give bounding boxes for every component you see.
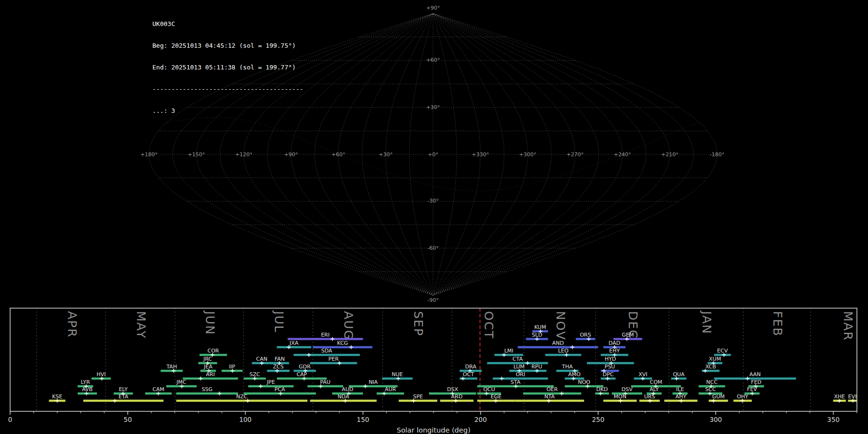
svg-text:APR: APR — [65, 311, 79, 338]
svg-text:NZC: NZC — [236, 393, 248, 400]
svg-text:ZCS: ZCS — [273, 364, 284, 370]
svg-text:NTA: NTA — [544, 393, 555, 400]
svg-text:+60°: +60° — [426, 57, 440, 63]
svg-text:DKD: DKD — [596, 386, 608, 393]
svg-text:DSV: DSV — [622, 386, 633, 393]
svg-text:OCT: OCT — [482, 311, 496, 339]
svg-text:FEB: FEB — [771, 311, 785, 337]
svg-text:SSG: SSG — [202, 386, 213, 393]
svg-text:NOV: NOV — [554, 311, 568, 340]
svg-text:0: 0 — [8, 416, 13, 423]
svg-text:SPE: SPE — [413, 393, 423, 400]
svg-text:50: 50 — [123, 416, 132, 423]
svg-text:CTA: CTA — [513, 356, 523, 362]
svg-text:+270°: +270° — [567, 151, 584, 158]
svg-text:200: 200 — [475, 416, 487, 423]
svg-text:GEM: GEM — [622, 332, 634, 338]
svg-text:+60°: +60° — [331, 151, 345, 158]
svg-text:Solar longitude (deg): Solar longitude (deg) — [396, 426, 470, 434]
svg-text:NCC: NCC — [706, 379, 718, 385]
svg-text:ERI: ERI — [321, 332, 330, 338]
svg-text:MON: MON — [614, 393, 626, 400]
svg-text:+0°: +0° — [428, 151, 438, 158]
svg-text:-90°: -90° — [427, 297, 438, 303]
sky-map-projection: +90°+60°+30°-30°-60°-90°+180°+150°+120°+… — [0, 0, 868, 304]
svg-text:EVI: EVI — [848, 393, 857, 400]
svg-text:LMI: LMI — [504, 348, 514, 354]
svg-text:LUM: LUM — [514, 364, 525, 370]
svg-text:JUL: JUL — [272, 310, 286, 333]
svg-text:100: 100 — [239, 416, 252, 423]
svg-text:ECV: ECV — [717, 348, 728, 354]
svg-text:SCC: SCC — [705, 386, 716, 393]
svg-text:XUM: XUM — [709, 356, 721, 362]
shower-activity-chart: APRMAYJUNJULAUGSEPOCTNOVDECJANFEBMARKUME… — [0, 304, 868, 434]
svg-text:ORS: ORS — [580, 332, 591, 338]
svg-text:-30°: -30° — [427, 198, 438, 204]
svg-text:-60°: -60° — [427, 245, 438, 251]
svg-text:URS: URS — [644, 393, 655, 400]
svg-text:NUE: NUE — [392, 371, 403, 378]
svg-text:JUN: JUN — [203, 310, 217, 335]
radiant-map-screen: UK003C Beg: 20251013 04:45:12 (sol = 199… — [0, 0, 868, 434]
svg-text:PER: PER — [328, 356, 339, 362]
svg-text:SEP: SEP — [411, 311, 425, 337]
svg-text:OCT: OCT — [463, 371, 474, 378]
svg-text:+330°: +330° — [472, 151, 489, 158]
svg-text:KCG: KCG — [337, 340, 348, 346]
svg-text:+210°: +210° — [661, 151, 678, 158]
svg-text:DPC: DPC — [603, 371, 614, 378]
svg-text:HYD: HYD — [605, 356, 616, 362]
svg-text:GDR: GDR — [299, 364, 311, 370]
svg-text:ARI: ARI — [206, 371, 215, 378]
svg-text:JAN: JAN — [700, 310, 714, 335]
svg-text:OER: OER — [546, 386, 558, 393]
svg-text:+300°: +300° — [519, 151, 536, 158]
svg-text:GUM: GUM — [712, 393, 725, 400]
svg-text:MAR: MAR — [841, 311, 855, 341]
svg-text:NDA: NDA — [338, 393, 350, 400]
svg-text:ETA: ETA — [119, 393, 129, 400]
svg-text:FED: FED — [751, 379, 761, 385]
svg-text:ARD: ARD — [451, 393, 462, 400]
svg-text:-180°: -180° — [710, 151, 724, 158]
svg-text:HVI: HVI — [96, 371, 106, 378]
svg-text:+240°: +240° — [614, 151, 631, 158]
svg-text:150: 150 — [357, 416, 369, 423]
svg-text:AUG: AUG — [341, 311, 355, 340]
svg-text:AAN: AAN — [749, 371, 761, 378]
svg-text:LYR: LYR — [81, 379, 90, 385]
svg-text:350: 350 — [827, 416, 840, 423]
svg-text:JXA: JXA — [289, 340, 299, 346]
svg-text:+30°: +30° — [379, 151, 393, 158]
svg-text:JPE: JPE — [266, 379, 275, 385]
svg-text:COR: COR — [207, 348, 219, 354]
svg-text:AVB: AVB — [82, 386, 93, 393]
svg-text:THA: THA — [561, 364, 573, 370]
svg-text:KUM: KUM — [534, 324, 546, 330]
svg-text:300: 300 — [709, 416, 722, 423]
svg-text:NIA: NIA — [368, 379, 378, 385]
svg-text:+150°: +150° — [188, 151, 205, 158]
svg-text:+90°: +90° — [426, 5, 440, 11]
svg-text:AMO: AMO — [568, 371, 581, 378]
svg-text:DSX: DSX — [447, 386, 458, 393]
svg-text:DRA: DRA — [465, 364, 476, 370]
svg-text:JMC: JMC — [176, 379, 187, 385]
svg-text:ORI: ORI — [515, 371, 525, 378]
svg-text:AUR: AUR — [385, 386, 396, 393]
svg-text:MAY: MAY — [134, 311, 148, 339]
svg-text:JEA: JEA — [203, 364, 213, 370]
svg-text:XCB: XCB — [705, 364, 716, 370]
svg-text:AUD: AUD — [342, 386, 353, 393]
svg-text:ALY: ALY — [650, 386, 659, 393]
svg-text:+180°: +180° — [140, 151, 158, 158]
svg-text:+120°: +120° — [235, 151, 252, 158]
svg-text:PAU: PAU — [320, 379, 331, 385]
svg-text:OCU: OCU — [483, 386, 495, 393]
svg-text:+90°: +90° — [284, 151, 298, 158]
svg-text:PSU: PSU — [605, 364, 615, 370]
svg-text:250: 250 — [592, 416, 605, 423]
svg-text:CAP: CAP — [297, 371, 307, 378]
svg-text:AND: AND — [552, 340, 564, 346]
